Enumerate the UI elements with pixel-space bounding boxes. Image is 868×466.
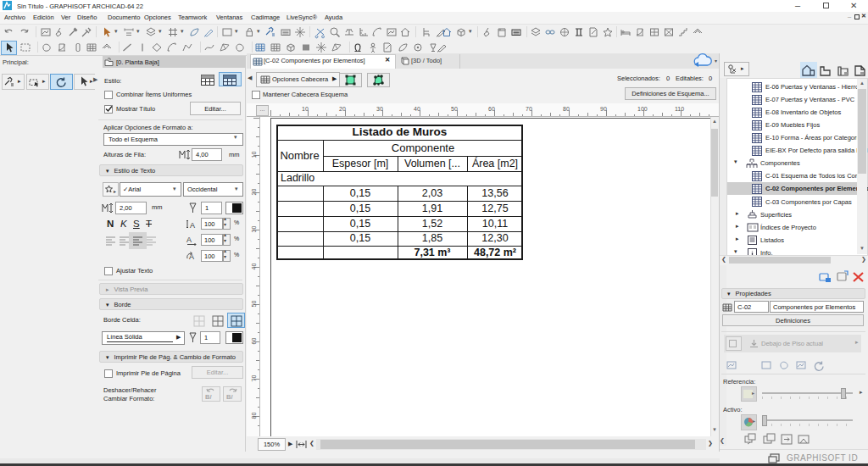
svg-text:A: A — [190, 221, 195, 230]
svg-text:A: A — [186, 236, 192, 244]
